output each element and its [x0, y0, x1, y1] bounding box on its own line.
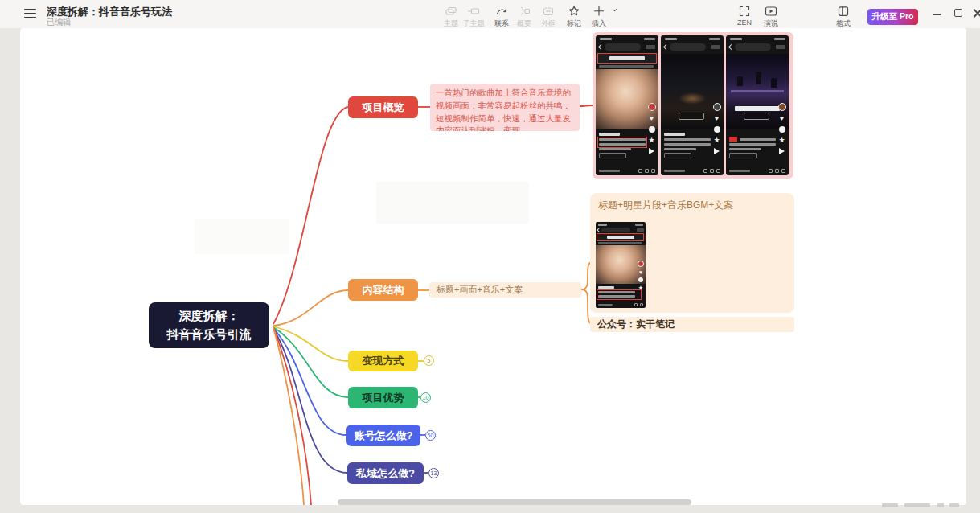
action-rail: ♥ ★: [637, 261, 645, 290]
branch-advantages[interactable]: 项目优势: [348, 387, 418, 408]
branch-project-overview[interactable]: 项目概览: [348, 96, 418, 118]
play-icon: [757, 5, 785, 17]
tool-zen[interactable]: ZEN: [730, 5, 759, 27]
search-button: [646, 45, 655, 49]
status-icons: [709, 38, 720, 40]
tag-box: [729, 153, 757, 158]
tool-format[interactable]: 格式: [829, 5, 858, 29]
collapse-badge[interactable]: 10: [420, 392, 431, 403]
zoom-controls[interactable]: [937, 503, 944, 507]
root-node[interactable]: 深度拆解： 抖音音乐号引流: [149, 302, 269, 348]
screenshots-panel[interactable]: ♥ ★ ♥ ★: [593, 32, 793, 179]
caption-line: [729, 148, 761, 150]
search-input: [670, 43, 706, 51]
tool-subtopic[interactable]: 子主题: [459, 5, 488, 29]
comment-icon: [714, 126, 720, 133]
player-bar: [598, 303, 643, 306]
caption-line: [740, 138, 776, 141]
chevron-down-icon: [613, 7, 617, 12]
zoom-controls[interactable]: [904, 503, 930, 507]
like-icon: ♥: [650, 115, 654, 122]
menu-icon[interactable]: [24, 9, 36, 18]
structure-note[interactable]: 标题+画面+音乐+文案: [429, 282, 581, 298]
caption-line: [664, 148, 696, 150]
like-icon: ♥: [780, 115, 784, 122]
branch-content-structure[interactable]: 内容结构: [348, 279, 418, 301]
collection-button: [679, 113, 704, 120]
search-input: [605, 43, 641, 51]
boundary-icon: [534, 5, 563, 17]
action-rail: ♥ ★: [711, 103, 722, 154]
save-status: 已编辑: [47, 17, 71, 28]
avatar: [638, 261, 644, 267]
search-button: [711, 45, 720, 49]
action-rail: ♥ ★: [777, 103, 787, 154]
caption-title: [599, 133, 620, 136]
caption-line: [664, 143, 711, 146]
caption-line: [729, 143, 776, 146]
detail-title: 标题+明星片段+音乐BGM+文案: [598, 199, 786, 212]
window-close-button[interactable]: [973, 8, 980, 18]
like-icon: ♥: [715, 115, 719, 122]
branch-private-domain-howto[interactable]: 私域怎么做?: [347, 462, 424, 484]
structure-detail-node[interactable]: 标题+明星片段+音乐BGM+文案 ♥ ★: [590, 193, 794, 313]
collapse-badge[interactable]: 13: [428, 468, 439, 478]
app-window: 深度拆解：抖音音乐号玩法 已编辑 主题 子主题 联系 概要 外框 标记 插入: [0, 0, 980, 513]
search-input: [601, 228, 630, 232]
avatar: [648, 103, 656, 111]
back-icon: [663, 44, 669, 50]
subtitle-line: [599, 65, 654, 68]
player-bar: [599, 169, 655, 173]
collapse-badge[interactable]: 50: [425, 430, 436, 441]
collapse-badge[interactable]: 5: [424, 355, 434, 366]
zen-mode-icon: [730, 5, 759, 17]
tool-present[interactable]: 演说: [757, 5, 785, 29]
collection-button: [744, 113, 769, 120]
back-icon: [598, 44, 604, 50]
comment-icon: [638, 277, 643, 282]
account-note[interactable]: 公众号：实干笔记: [590, 317, 794, 332]
tag-box: [599, 153, 626, 158]
root-line2: 抖音音乐号引流: [167, 326, 252, 344]
zoom-controls[interactable]: [882, 503, 898, 507]
caption-line: [599, 148, 631, 150]
titlebar: 深度拆解：抖音音乐号玩法 已编辑 主题 子主题 联系 概要 外框 标记 插入: [0, 0, 980, 28]
branch-account-howto[interactable]: 账号怎么做?: [346, 425, 420, 446]
search-button: [776, 45, 785, 49]
overlay-title: [735, 106, 780, 111]
caption-title: [664, 133, 685, 136]
plus-icon: [584, 5, 613, 17]
branch-monetization[interactable]: 变现方式: [348, 351, 418, 371]
subtopic-icon: [459, 5, 488, 17]
favorite-icon: ★: [648, 137, 654, 144]
zoom-controls[interactable]: [949, 503, 959, 507]
share-icon: [779, 148, 785, 154]
window-minimize-button[interactable]: [933, 14, 941, 15]
status-bar: [665, 38, 677, 40]
tool-insert[interactable]: 插入: [584, 5, 613, 29]
status-bar: [600, 38, 612, 40]
favorite-icon: ★: [778, 137, 785, 144]
player-bar: [729, 169, 785, 173]
phone-screenshot-2: ♥ ★: [661, 35, 724, 175]
status-bar: [598, 224, 607, 226]
overview-note[interactable]: 一首热门的歌曲加上符合音乐意境的视频画面，非常容易起粉丝的共鸣，短视频制作简单，…: [430, 84, 580, 131]
window-maximize-button[interactable]: [954, 9, 962, 17]
upgrade-pro-button[interactable]: 升级至 Pro: [867, 9, 918, 25]
search-button: [637, 228, 644, 232]
search-input: [735, 43, 771, 51]
subtitle-line: [598, 242, 642, 244]
phone-screenshot-4: ♥ ★: [596, 222, 646, 308]
tool-boundary[interactable]: 外框: [534, 5, 563, 29]
annotation-box: [597, 233, 644, 241]
status-icons: [774, 38, 785, 40]
player-bar: [664, 169, 720, 173]
status-icons: [644, 38, 655, 40]
annotation-box: [597, 53, 657, 64]
horizontal-scrollbar[interactable]: [338, 499, 691, 505]
annotation-box: [597, 289, 642, 300]
annotation-box: [597, 137, 647, 148]
phone-screenshot-1: ♥ ★: [596, 35, 658, 175]
caption-line: [664, 138, 711, 141]
share-icon: [649, 148, 654, 154]
